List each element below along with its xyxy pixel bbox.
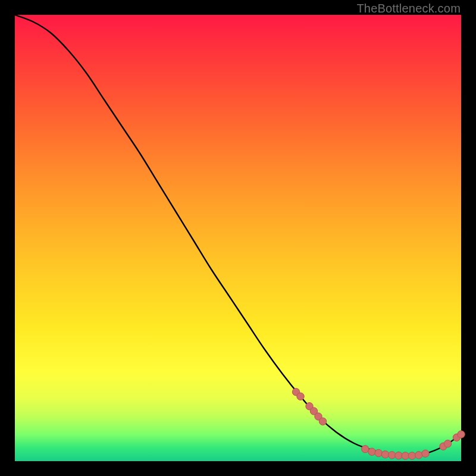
curve-marker — [402, 452, 409, 459]
curve-marker — [444, 440, 451, 447]
curve-marker — [297, 393, 304, 400]
chart-stage: TheBottleneck.com — [0, 0, 476, 476]
curve-marker — [375, 449, 382, 456]
attribution-label: TheBottleneck.com — [356, 2, 461, 15]
plot-area — [15, 15, 461, 461]
curve-marker — [319, 418, 326, 425]
curve-marker — [368, 448, 375, 455]
curve-marker — [408, 452, 415, 459]
curve-marker — [381, 451, 389, 458]
curve-marker — [415, 452, 422, 459]
curve-marker — [422, 450, 429, 457]
curve-marker — [458, 431, 465, 438]
chart-overlay — [15, 15, 461, 461]
curve-marker — [395, 452, 402, 459]
curve-marker — [389, 452, 396, 459]
curve-marker — [362, 446, 369, 453]
bottleneck-curve — [15, 15, 461, 456]
